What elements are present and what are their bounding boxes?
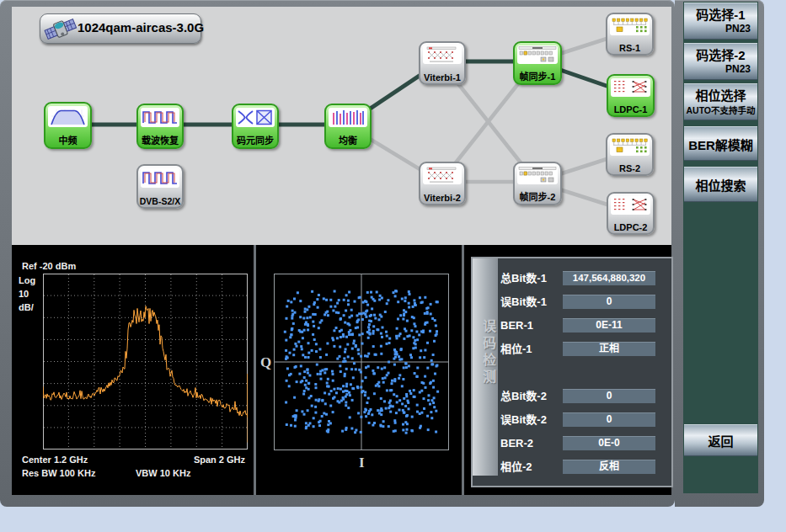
spectrum-center-label: Center 1.2 GHz (22, 455, 88, 465)
node-symbol-sync[interactable]: 码元同步 (232, 104, 279, 149)
ber-row-value: 0 (563, 412, 655, 427)
viterbi-trellis-icon (423, 45, 462, 64)
rs-decoder-icon (610, 17, 650, 35)
ber-row-value: 0E-11 (563, 318, 655, 332)
ber-row-label: 误Bit数-1 (500, 295, 547, 309)
if-icon (48, 106, 88, 127)
ber-row-value: 正相 (563, 342, 655, 356)
signal-profile-label: 1024qam-aircas-3.0G (78, 20, 204, 35)
spectrum-scale-db: dB/ (19, 302, 34, 312)
ldpc-graph-icon (611, 196, 650, 215)
spectrum-ref-label: Ref -20 dBm (22, 261, 76, 271)
ber-row-label: 总Bit数-1 (500, 271, 547, 285)
frame-sync-icon (517, 166, 558, 184)
phase-search-button[interactable]: 相位搜索 (684, 167, 757, 202)
viterbi-trellis-icon (423, 166, 462, 184)
node-if[interactable]: 中频 (44, 102, 92, 149)
node-dvb-s2x[interactable]: DVB-S2/X (136, 164, 184, 209)
app-window: 1024qam-aircas-3.0G 中频 载波恢复 码 (0, 0, 786, 532)
dvb-s2x-icon (141, 168, 179, 188)
node-rs-2[interactable]: RS-2 (606, 133, 654, 176)
node-ldpc-1[interactable]: LDPC-1 (607, 74, 655, 117)
spectrum-span-label: Span 2 GHz (194, 455, 245, 465)
carrier-recovery-icon (141, 108, 179, 127)
ber-strip: 误码检测 (473, 258, 498, 476)
satellite-icon (44, 13, 78, 50)
ber-row-label: BER-1 (500, 318, 533, 332)
constellation-panel: Q I (256, 245, 462, 495)
equalizer-icon (329, 108, 367, 127)
ber-row-label: BER-2 (500, 436, 533, 450)
spectrum-panel: Ref -20 dBm Log 10 dB/ Center 1.2 GHz Sp… (12, 245, 254, 495)
spectrum-vbw-label: VBW 10 KHz (136, 468, 190, 478)
ber-row-value: 反相 (563, 460, 655, 474)
ber-panel: 误码检测 总Bit数-1 147,564,880,320 误Bit数-1 0 B… (464, 245, 671, 495)
ber-row-value: 0E-0 (563, 436, 655, 450)
ber-row-label: 相位-2 (500, 460, 532, 474)
node-viterbi-2[interactable]: Viterbi-2 (419, 162, 466, 205)
ber-frame (471, 257, 673, 487)
spectrum-scale-10: 10 (19, 289, 29, 299)
frame-sync-icon (517, 45, 558, 64)
node-viterbi-1[interactable]: Viterbi-1 (419, 41, 466, 85)
node-frame-sync-2[interactable]: 帧同步-2 (513, 162, 562, 205)
node-carrier-recovery[interactable]: 载波恢复 (136, 104, 184, 149)
rs-decoder-icon (610, 137, 650, 156)
constellation-plot (274, 274, 449, 450)
code-select-2-button[interactable]: 码选择-2 PN23 (684, 43, 757, 80)
ber-row-value: 147,564,880,320 (563, 271, 655, 285)
spectrum-rbw-label: Res BW 100 KHz (22, 468, 95, 478)
ber-row-label: 相位-1 (500, 342, 532, 356)
code-select-1-button[interactable]: 码选择-1 PN23 (684, 3, 757, 40)
node-ldpc-2[interactable]: LDPC-2 (607, 192, 655, 235)
ber-row-label: 总Bit数-2 (500, 389, 547, 403)
node-frame-sync-1[interactable]: 帧同步-1 (513, 41, 562, 85)
back-button[interactable]: 返回 (684, 424, 757, 456)
q-axis-label: Q (260, 354, 271, 371)
ber-strip-label: 误码检测 (473, 319, 498, 386)
ber-row-label: 误Bit数-2 (500, 412, 547, 427)
phase-select-button[interactable]: 相位选择 AUTO不支持手动 (684, 83, 757, 120)
ldpc-graph-icon (611, 78, 650, 97)
ber-row-value: 0 (563, 295, 655, 309)
node-rs-1[interactable]: RS-1 (606, 13, 654, 56)
symbol-sync-icon (236, 108, 275, 127)
node-equalizer[interactable]: 均衡 (324, 104, 372, 149)
ber-deambiguity-button[interactable]: BER解模糊 (684, 126, 757, 161)
spectrum-plot (43, 274, 248, 450)
spectrum-scale-log: Log (19, 275, 35, 285)
ber-row-value: 0 (563, 389, 655, 403)
i-axis-label: I (359, 455, 365, 471)
signal-profile-button[interactable]: 1024qam-aircas-3.0G (40, 13, 201, 44)
